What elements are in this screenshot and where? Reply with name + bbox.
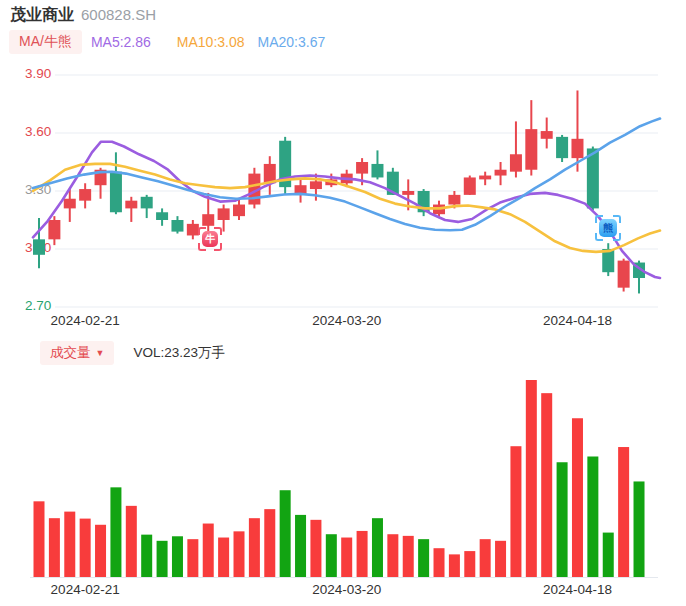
caret-down-icon: ▼: [96, 348, 105, 358]
volume-bar: [587, 456, 598, 577]
volume-bar: [495, 541, 506, 577]
volume-bar: [95, 525, 106, 577]
stock-name: 茂业商业: [10, 6, 74, 23]
volume-bar: [387, 534, 398, 577]
bull-badge: 牛: [202, 231, 218, 247]
volume-bar: [49, 518, 60, 577]
volume-bar: [110, 487, 121, 577]
volume-bar: [234, 531, 245, 577]
volume-header: 成交量 ▼ VOL:23.23万手: [40, 341, 225, 365]
volume-bar: [603, 533, 614, 577]
ma20-legend[interactable]: MA20:3.67: [258, 34, 326, 50]
candle-body: [141, 197, 153, 209]
date-axis-tick: 2024-03-20: [312, 313, 381, 328]
candle-body: [464, 177, 476, 194]
volume-bar: [357, 531, 368, 577]
candle-body: [402, 191, 414, 195]
candle-body: [310, 181, 322, 189]
volume-bar: [480, 539, 491, 577]
candle-body: [371, 164, 383, 178]
volume-bar: [618, 447, 629, 577]
candle-body: [64, 199, 76, 209]
volume-bar: [341, 538, 352, 577]
candle-body: [618, 261, 630, 288]
stock-chart-app: 茂业商业600828.SH MA/牛熊 MA5:2.86 MA10:3.08 M…: [0, 0, 686, 606]
volume-bar: [141, 535, 152, 577]
date-axis-tick: 2024-04-18: [543, 313, 612, 328]
volume-bar: [572, 418, 583, 577]
ma-legend: MA/牛熊 MA5:2.86 MA10:3.08 MA20:3.67: [9, 30, 325, 54]
candle-body: [218, 208, 230, 220]
volume-bar: [310, 520, 321, 577]
volume-bar: [326, 534, 337, 577]
candle-body: [448, 195, 460, 205]
candle-body: [479, 176, 491, 180]
price-volume-chart[interactable]: [0, 0, 686, 606]
date-axis-tick: 2024-03-20: [312, 582, 381, 597]
volume-selector[interactable]: 成交量 ▼: [40, 341, 114, 365]
header: 茂业商业600828.SH: [10, 5, 156, 26]
candle-body: [356, 162, 368, 174]
volume-bar: [295, 515, 306, 577]
volume-bar: [64, 512, 75, 577]
volume-bar: [157, 541, 168, 577]
volume-bars-layer: [34, 380, 645, 577]
price-xaxis-labels: 2024-02-212024-03-202024-04-18: [0, 313, 686, 331]
candle-body: [79, 189, 91, 201]
candle-body: [233, 205, 245, 217]
volume-bar: [449, 554, 460, 577]
bull-marker-icon[interactable]: 牛: [198, 227, 222, 251]
volume-bar: [126, 506, 137, 577]
bear-badge: 熊: [599, 219, 617, 237]
volume-bar: [218, 538, 229, 577]
candles-layer: [33, 90, 645, 293]
ma5-line: [33, 142, 660, 278]
candle-body: [156, 212, 168, 220]
volume-value-label: VOL:23.23万手: [133, 344, 225, 362]
volume-bar: [34, 501, 45, 577]
candle-body: [48, 220, 60, 239]
volume-bar: [464, 551, 475, 577]
volume-bar: [541, 393, 552, 577]
candle-body: [202, 214, 214, 226]
date-axis-tick: 2024-04-18: [543, 582, 612, 597]
volume-bar: [634, 481, 645, 577]
candle-body: [33, 239, 45, 254]
candle-body: [110, 172, 122, 213]
ma-bull-bear-badge[interactable]: MA/牛熊: [9, 30, 82, 54]
ma5-legend[interactable]: MA5:2.86: [91, 34, 151, 50]
volume-bar: [434, 548, 445, 577]
volume-selector-label: 成交量: [50, 344, 91, 362]
volume-bar: [526, 380, 537, 577]
volume-bar: [172, 536, 183, 577]
volume-bar: [510, 446, 521, 577]
volume-bar: [203, 524, 214, 577]
stock-code: 600828.SH: [81, 6, 156, 23]
candle-body: [510, 154, 522, 171]
candle-body: [171, 220, 183, 232]
ma10-legend[interactable]: MA10:3.08: [177, 34, 245, 50]
volume-bar: [403, 536, 414, 577]
candle-body: [541, 131, 553, 139]
volume-bar: [249, 518, 260, 577]
candle-body: [556, 137, 568, 158]
volume-bar: [187, 539, 198, 577]
volume-bar: [80, 519, 91, 577]
candle-body: [525, 129, 537, 170]
date-axis-tick: 2024-02-21: [51, 582, 120, 597]
volume-bar: [264, 509, 275, 577]
volume-bar: [557, 462, 568, 577]
candle-body: [125, 201, 137, 209]
volume-bar: [418, 539, 429, 577]
volume-xaxis-labels: 2024-02-212024-03-202024-04-18: [0, 582, 686, 600]
bear-marker-icon[interactable]: 熊: [595, 215, 621, 241]
volume-bar: [280, 490, 291, 577]
volume-bar: [372, 518, 383, 577]
candle-body: [495, 170, 507, 176]
date-axis-tick: 2024-02-21: [51, 313, 120, 328]
candle-body: [571, 139, 583, 158]
